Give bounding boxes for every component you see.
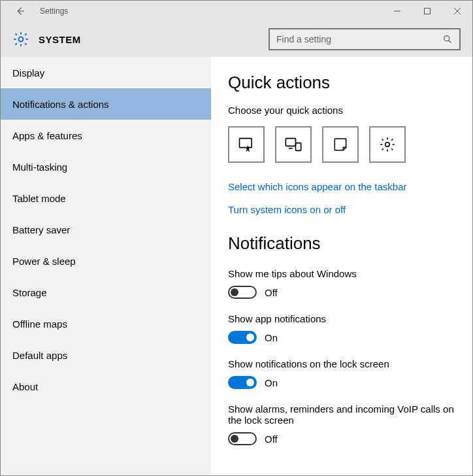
titlebar: Settings [1, 1, 472, 22]
toggle-app-notifications: Show app notifications On [228, 313, 457, 344]
quick-action-tile-3[interactable] [369, 126, 406, 163]
sidebar-item-power[interactable]: Power & sleep [1, 245, 211, 277]
sidebar-item-label: Default apps [12, 350, 67, 361]
search-input[interactable] [269, 28, 461, 50]
quick-actions-heading: Quick actions [228, 73, 457, 93]
quick-action-tile-2[interactable] [322, 126, 359, 163]
toggle-switch-alarms[interactable] [228, 432, 257, 445]
header: SYSTEM [1, 22, 472, 57]
sidebar-item-multitasking[interactable]: Multi-tasking [1, 151, 211, 182]
close-icon [454, 8, 461, 14]
toggle-label: Show alarms, reminders and incoming VoIP… [228, 403, 457, 426]
svg-point-7 [385, 143, 390, 147]
quick-action-tile-1[interactable] [275, 126, 312, 163]
sidebar-item-label: Tablet mode [12, 193, 66, 204]
maximize-icon [424, 8, 431, 14]
page-title: SYSTEM [39, 34, 81, 45]
toggle-label: Show notifications on the lock screen [228, 358, 457, 369]
arrow-left-icon [14, 5, 26, 17]
sidebar-item-label: Storage [12, 287, 47, 298]
quick-action-tile-0[interactable] [228, 126, 265, 163]
svg-rect-6 [296, 143, 301, 151]
toggle-lockscreen-notifications: Show notifications on the lock screen On [228, 358, 457, 389]
search-icon [442, 34, 453, 44]
maximize-button[interactable] [412, 1, 442, 22]
toggle-state: On [265, 332, 278, 343]
sidebar-item-display[interactable]: Display [1, 57, 211, 88]
sidebar-item-maps[interactable]: Offline maps [1, 308, 211, 339]
window-controls [382, 1, 472, 22]
project-icon [284, 135, 302, 154]
minimize-button[interactable] [382, 1, 412, 22]
quick-actions-row [228, 126, 457, 163]
sidebar-item-label: Apps & features [12, 130, 82, 141]
sidebar: Display Notifications & actions Apps & f… [1, 57, 211, 476]
sidebar-item-label: Power & sleep [12, 256, 76, 267]
gear-icon [379, 136, 396, 153]
svg-point-4 [247, 147, 249, 149]
toggle-state: Off [265, 287, 278, 298]
sidebar-item-notifications[interactable]: Notifications & actions [1, 88, 211, 120]
link-taskbar-icons[interactable]: Select which icons appear on the taskbar [228, 181, 457, 192]
sidebar-item-storage[interactable]: Storage [1, 277, 211, 308]
toggle-alarms: Show alarms, reminders and incoming VoIP… [228, 403, 457, 445]
svg-point-1 [19, 37, 24, 42]
search-wrapper [269, 28, 461, 50]
toggle-label: Show me tips about Windows [228, 268, 457, 279]
toggle-switch-tips[interactable] [228, 286, 257, 299]
toggle-switch-lock[interactable] [228, 376, 257, 389]
toggle-state: Off [265, 434, 278, 445]
sidebar-item-apps[interactable]: Apps & features [1, 120, 211, 151]
sidebar-item-label: Battery saver [12, 224, 70, 235]
sidebar-item-label: About [12, 381, 38, 392]
sidebar-item-tablet[interactable]: Tablet mode [1, 182, 211, 214]
sidebar-item-label: Multi-tasking [12, 162, 67, 173]
toggle-label: Show app notifications [228, 313, 457, 324]
close-button[interactable] [442, 1, 472, 22]
svg-rect-5 [285, 139, 295, 146]
tablet-touch-icon [237, 135, 255, 154]
toggle-switch-app[interactable] [228, 331, 257, 344]
sidebar-item-label: Notifications & actions [12, 99, 109, 110]
search-field[interactable] [276, 34, 442, 44]
sidebar-item-defaultapps[interactable]: Default apps [1, 339, 211, 371]
minimize-icon [394, 8, 400, 14]
layout: Display Notifications & actions Apps & f… [1, 57, 472, 476]
sidebar-item-about[interactable]: About [1, 371, 211, 402]
notifications-heading: Notifications [228, 233, 457, 254]
sidebar-item-label: Offline maps [12, 318, 67, 330]
settings-gear-icon [12, 31, 29, 48]
sidebar-item-battery[interactable]: Battery saver [1, 214, 211, 245]
back-button[interactable] [7, 1, 33, 22]
svg-rect-3 [240, 139, 252, 148]
toggle-tips: Show me tips about Windows Off [228, 268, 457, 299]
content: Quick actions Choose your quick actions … [211, 57, 472, 476]
sidebar-item-label: Display [12, 67, 44, 78]
svg-point-2 [444, 36, 449, 41]
svg-rect-0 [425, 8, 431, 14]
link-system-icons[interactable]: Turn system icons on or off [228, 204, 457, 215]
quick-actions-caption: Choose your quick actions [228, 105, 457, 116]
toggle-state: On [265, 377, 278, 388]
note-icon [332, 136, 349, 153]
window-title: Settings [40, 7, 68, 16]
